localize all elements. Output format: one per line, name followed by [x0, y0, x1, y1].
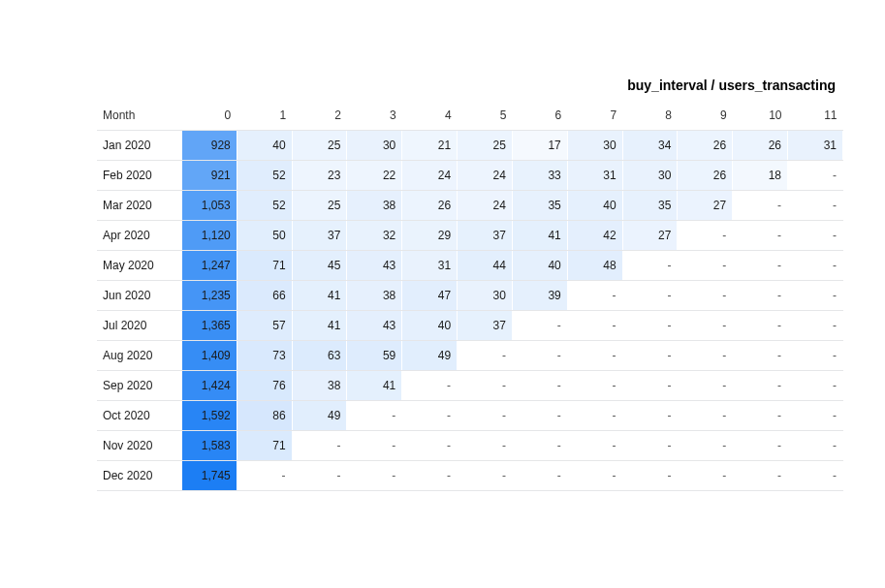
cohort-heatmap: buy_interval / users_transacting Month 0…	[97, 77, 843, 491]
cell-value: 44	[458, 251, 513, 281]
col-header: 7	[567, 101, 622, 131]
col-header: 5	[458, 101, 513, 131]
cell-empty: -	[678, 431, 733, 461]
col-header: 10	[733, 101, 788, 131]
cell-value: 71	[237, 251, 292, 281]
cell-value: 27	[678, 191, 733, 221]
cell-value: 32	[347, 221, 402, 251]
month-label: Oct 2020	[97, 401, 181, 431]
cell-empty: -	[733, 221, 788, 251]
cell-value: 35	[512, 191, 567, 221]
cell-value: 25	[458, 131, 513, 161]
cell-value: 928	[181, 131, 237, 161]
cell-value: 30	[458, 281, 513, 311]
col-header: 6	[512, 101, 567, 131]
cell-empty: -	[567, 311, 622, 341]
month-label: Nov 2020	[97, 431, 181, 461]
cell-value: 1,120	[181, 221, 237, 251]
table-row: Jan 20209284025302125173034262631	[97, 131, 843, 161]
cell-empty: -	[512, 461, 567, 491]
cell-value: 38	[347, 191, 402, 221]
cell-value: 30	[347, 131, 402, 161]
cell-empty: -	[512, 401, 567, 431]
cell-empty: -	[347, 461, 402, 491]
cell-empty: -	[678, 311, 733, 341]
row-header-label: Month	[97, 101, 181, 131]
chart-title: buy_interval / users_transacting	[97, 77, 843, 93]
cell-value: 76	[237, 371, 292, 401]
cell-value: 24	[458, 161, 513, 191]
cell-empty: -	[733, 251, 788, 281]
table-row: Feb 202092152232224243331302618-	[97, 161, 843, 191]
cell-value: 73	[237, 341, 292, 371]
cell-value: 42	[567, 221, 622, 251]
cell-empty: -	[512, 371, 567, 401]
cell-empty: -	[788, 221, 843, 251]
cell-empty: -	[788, 371, 843, 401]
table-row: Aug 20201,40973635949-------	[97, 341, 843, 371]
cell-value: 24	[402, 161, 458, 191]
cell-value: 35	[622, 191, 678, 221]
month-label: Sep 2020	[97, 371, 181, 401]
cell-empty: -	[512, 341, 567, 371]
month-label: Feb 2020	[97, 161, 181, 191]
cell-empty: -	[678, 461, 733, 491]
cell-empty: -	[512, 311, 567, 341]
cell-empty: -	[237, 461, 292, 491]
cell-value: 1,247	[181, 251, 237, 281]
cell-empty: -	[458, 371, 513, 401]
cell-value: 41	[347, 371, 402, 401]
cell-empty: -	[733, 431, 788, 461]
cell-value: 26	[678, 161, 733, 191]
cell-value: 31	[567, 161, 622, 191]
cell-value: 1,409	[181, 341, 237, 371]
cell-value: 1,053	[181, 191, 237, 221]
cell-value: 66	[237, 281, 292, 311]
col-header: 0	[181, 101, 237, 131]
cell-empty: -	[402, 401, 458, 431]
cell-empty: -	[678, 251, 733, 281]
cell-value: 52	[237, 161, 292, 191]
cell-empty: -	[622, 431, 678, 461]
cohort-table: Month 01234567891011 Jan 202092840253021…	[97, 101, 843, 491]
cell-empty: -	[622, 461, 678, 491]
month-label: Dec 2020	[97, 461, 181, 491]
cell-value: 41	[292, 281, 347, 311]
month-label: Jul 2020	[97, 311, 181, 341]
cell-empty: -	[512, 431, 567, 461]
cell-value: 37	[292, 221, 347, 251]
cell-empty: -	[567, 401, 622, 431]
cell-empty: -	[458, 461, 513, 491]
cell-value: 26	[678, 131, 733, 161]
table-row: Mar 20201,053522538262435403527--	[97, 191, 843, 221]
col-header: 4	[402, 101, 458, 131]
cell-empty: -	[622, 251, 678, 281]
cell-value: 17	[512, 131, 567, 161]
cell-empty: -	[788, 311, 843, 341]
cell-value: 1,583	[181, 431, 237, 461]
cell-empty: -	[788, 401, 843, 431]
col-header: 8	[622, 101, 678, 131]
cell-value: 37	[458, 311, 513, 341]
cell-empty: -	[678, 341, 733, 371]
month-label: Jun 2020	[97, 281, 181, 311]
cell-empty: -	[678, 371, 733, 401]
cell-value: 24	[458, 191, 513, 221]
cell-value: 40	[402, 311, 458, 341]
table-row: Nov 20201,58371----------	[97, 431, 843, 461]
cell-value: 1,424	[181, 371, 237, 401]
cell-empty: -	[402, 431, 458, 461]
cell-empty: -	[567, 371, 622, 401]
cell-empty: -	[788, 461, 843, 491]
cell-empty: -	[733, 371, 788, 401]
month-label: Aug 2020	[97, 341, 181, 371]
cell-value: 1,745	[181, 461, 237, 491]
cell-empty: -	[567, 431, 622, 461]
cell-empty: -	[788, 341, 843, 371]
cell-value: 71	[237, 431, 292, 461]
month-label: Mar 2020	[97, 191, 181, 221]
cell-value: 39	[512, 281, 567, 311]
cell-value: 59	[347, 341, 402, 371]
cell-value: 43	[347, 251, 402, 281]
cell-value: 50	[237, 221, 292, 251]
